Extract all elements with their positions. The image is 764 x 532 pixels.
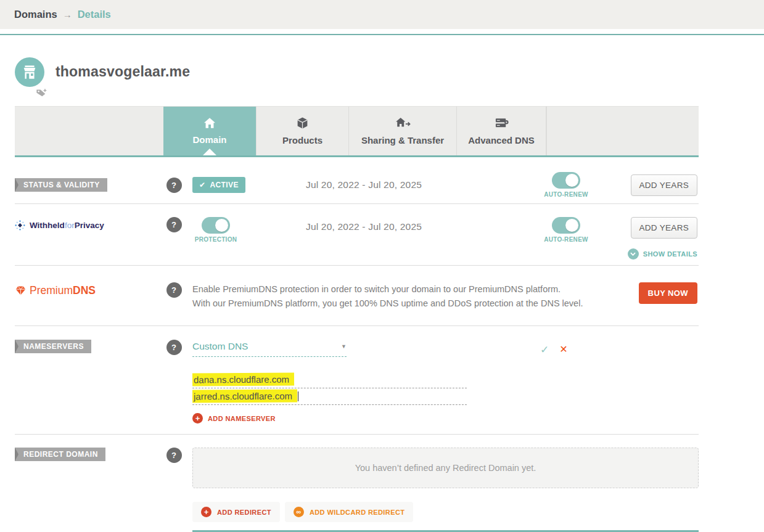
breadcrumb-current-details: Details [78,9,111,20]
tab-sharing-transfer-label: Sharing & Transfer [361,135,444,145]
add-redirect-label: ADD REDIRECT [217,509,271,516]
nameservers-help-button[interactable]: ? [166,340,182,355]
nameserver-1-highlighted-text: dana.ns.cloudflare.com [192,373,294,387]
status-badge: ✔ ACTIVE [192,177,245,193]
show-details-button[interactable]: SHOW DETAILS [628,248,697,260]
premium-dns-label: PremiumDNS [30,284,96,297]
tab-advanced-dns[interactable]: Advanced DNS [456,107,546,155]
status-validity-ribbon: STATUS & VALIDITY [15,178,107,192]
premium-dns-description: Enable PremiumDNS protection in order to… [192,282,609,311]
domain-header: thomasvogelaar.me [15,57,764,98]
status-middle-cell: ✔ ACTIVE Jul 20, 2022 - Jul 20, 2025 [192,174,535,195]
page-title: thomasvogelaar.me [55,63,190,80]
status-validity-row: STATUS & VALIDITY ? ✔ ACTIVE Jul 20, 202… [15,166,699,204]
package-icon [296,117,309,129]
dns-server-icon [495,117,509,129]
privacy-auto-renew-label: AUTO-RENEW [544,236,588,243]
domain-avatar [15,57,44,87]
tab-products[interactable]: Products [256,107,348,155]
toggle-knob [565,219,578,232]
storefront-icon [22,65,38,80]
add-wildcard-redirect-label: ADD WILDCARD REDIRECT [310,509,405,516]
privacy-auto-renew-toggle[interactable] [552,217,580,234]
redirect-main-cell: You haven’t defined any Redirect Domain … [192,448,699,532]
add-years-button[interactable]: ADD YEARS [631,174,697,196]
privacy-middle-cell: PROTECTION Jul 20, 2022 - Jul 20, 2025 [192,217,535,254]
registration-dates: Jul 20, 2022 - Jul 20, 2025 [306,179,422,190]
house-arrow-icon [395,117,411,129]
domain-details-page: Domains → Details thomasvogelaar.me [0,0,764,532]
nameserver-input-1[interactable]: dana.ns.cloudflare.com [192,372,467,388]
add-tag-icon[interactable] [36,88,47,100]
redirect-domain-ribbon: REDIRECT DOMAIN [15,448,105,461]
premium-dns-brand: PremiumDNS [15,284,155,297]
infinity-icon: ∞ [294,507,304,517]
nameservers-ribbon: NAMESERVERS [15,340,91,353]
tab-domain[interactable]: Domain [163,107,256,155]
withheld-for-privacy-label: WithheldforPrivacy [30,221,104,230]
buy-now-button[interactable]: BUY NOW [639,282,697,304]
home-icon [203,117,216,129]
nameserver-inputs: dana.ns.cloudflare.com jarred.ns.cloudfl… [192,372,467,405]
breadcrumb-arrow: → [63,9,72,20]
nameserver-type-select[interactable]: Custom DNS ▼ [192,341,347,357]
premium-dns-description-line2: With our PremiumDNS platform, you get 10… [192,297,609,311]
nameserver-type-value: Custom DNS [192,341,248,352]
nameserver-2-highlighted-text: jarred.ns.cloudflare.com [192,390,297,403]
text-caret [298,391,298,401]
redirect-buttons: + ADD REDIRECT ∞ ADD WILDCARD REDIRECT [192,502,699,522]
nameservers-label-cell: NAMESERVERS [15,340,155,353]
withheld-for-privacy-brand: WithheldforPrivacy [15,220,155,231]
status-help-button[interactable]: ? [166,178,182,193]
redirect-help-button[interactable]: ? [166,448,182,463]
cancel-x-icon[interactable]: ✕ [559,343,567,356]
premium-dns-row: PremiumDNS ? Enable PremiumDNS protectio… [15,266,699,326]
redirect-domain-row: REDIRECT DOMAIN ? You haven’t defined an… [15,435,699,532]
plus-circle-icon: + [201,507,212,517]
status-badge-label: ACTIVE [210,181,238,189]
nameservers-row: NAMESERVERS ? Custom DNS ▼ dana.ns.cloud… [15,326,699,435]
select-dropdown-icon: ▼ [341,343,347,350]
redirect-empty-message: You haven’t defined any Redirect Domain … [355,463,536,473]
nameserver-input-2[interactable]: jarred.ns.cloudflare.com [192,388,467,405]
premium-dns-description-line1: Enable PremiumDNS protection in order to… [192,282,609,297]
auto-renew-group: AUTO-RENEW [544,172,588,198]
privacy-auto-renew-group: AUTO-RENEW [544,217,588,243]
tab-bar-left-spacer [15,107,163,155]
add-nameserver-label: ADD NAMESERVER [208,415,276,422]
toggle-knob [565,174,578,187]
redirect-label-cell: REDIRECT DOMAIN [15,448,155,461]
breadcrumb-domains-link[interactable]: Domains [14,9,57,20]
nameserver-confirm-cell: ✓ ✕ [535,343,609,356]
tab-bar-right-spacer [546,107,699,155]
auto-renew-label: AUTO-RENEW [544,191,588,198]
privacy-add-years-button[interactable]: ADD YEARS [631,217,697,239]
nameservers-main-cell: Custom DNS ▼ dana.ns.cloudflare.com jarr… [192,340,535,424]
status-actions-cell: ADD YEARS [609,174,699,196]
add-redirect-button[interactable]: + ADD REDIRECT [192,502,280,522]
breadcrumb: Domains → Details [0,0,764,29]
show-details-label: SHOW DETAILS [643,250,697,258]
plus-circle-icon: + [192,413,203,424]
privacy-actions-cell: ADD YEARS SHOW DETAILS [609,217,699,260]
privacy-row: WithheldforPrivacy ? PROTECTION Jul 20, … [15,204,699,266]
premium-dns-help-button[interactable]: ? [166,282,182,298]
header-divider [0,34,764,35]
add-wildcard-redirect-button[interactable]: ∞ ADD WILDCARD REDIRECT [285,502,413,522]
tab-advanced-dns-label: Advanced DNS [468,135,535,145]
redirect-empty-state: You haven’t defined any Redirect Domain … [192,448,699,488]
privacy-starburst-icon [15,220,25,231]
privacy-help-button[interactable]: ? [166,217,182,232]
add-nameserver-button[interactable]: + ADD NAMESERVER [192,413,276,424]
status-label-cell: STATUS & VALIDITY [15,178,155,192]
save-check-icon[interactable]: ✓ [540,343,549,356]
chevron-down-icon [628,248,639,260]
tab-products-label: Products [282,135,322,145]
gem-icon [15,285,27,296]
auto-renew-toggle[interactable] [552,172,580,189]
check-icon: ✔ [199,181,205,189]
premium-dns-actions-cell: BUY NOW [609,282,699,304]
tab-domain-label: Domain [192,134,226,145]
tab-bar: Domain Products Sharing & Transfer [15,106,699,155]
tab-sharing-transfer[interactable]: Sharing & Transfer [348,107,456,155]
